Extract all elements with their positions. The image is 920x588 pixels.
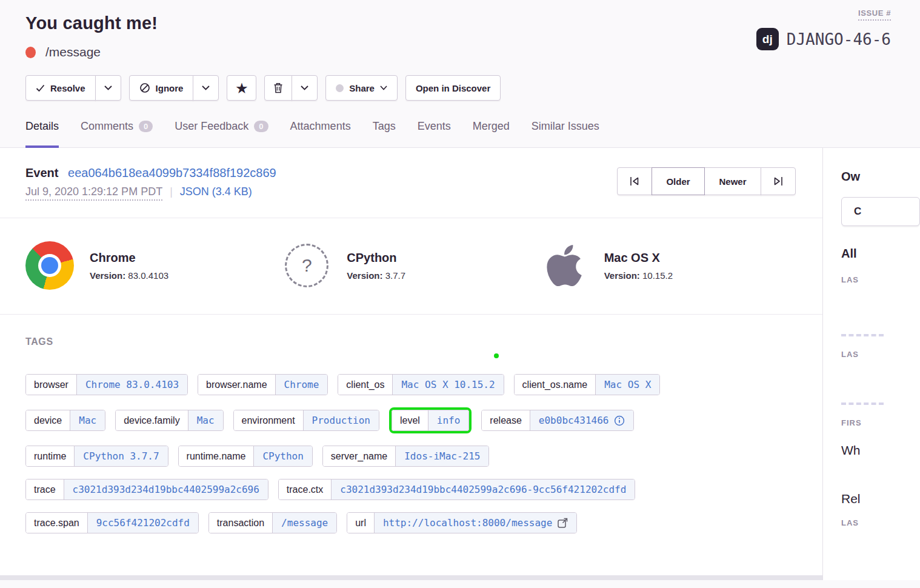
chevron-down-icon xyxy=(301,85,308,90)
ignore-dropdown-button[interactable] xyxy=(193,75,219,101)
older-event-button[interactable]: Older xyxy=(652,167,705,195)
sidebar-heading: Ow xyxy=(841,170,920,184)
tab-attachments[interactable]: Attachments xyxy=(290,120,351,147)
tag-value-link[interactable]: Production xyxy=(303,410,379,430)
tab-count-badge: 0 xyxy=(254,121,268,132)
tag-value-link[interactable]: Idos-iMac-215 xyxy=(395,446,488,466)
star-icon: ★ xyxy=(236,82,247,95)
delete-dropdown-button[interactable] xyxy=(292,75,318,101)
issue-number-label: ISSUE # xyxy=(858,8,891,21)
tag-value-link[interactable]: Mac xyxy=(70,410,105,430)
event-id-link[interactable]: eea064b618ea4099b7334f88f192c869 xyxy=(68,166,276,179)
ignore-button[interactable]: Ignore xyxy=(129,75,194,101)
tag-key: runtime xyxy=(26,446,74,466)
issue-sidebar: Ow C All LAS LAS FIRS Wh Rel LAS xyxy=(822,148,920,580)
tag-value-link[interactable]: Mac OS X 10.15.2 xyxy=(392,375,503,395)
tab-label: Attachments xyxy=(290,120,351,133)
tag-trace.span: trace.span9cc56f421202cdfd xyxy=(25,512,199,533)
resolve-dropdown-button[interactable] xyxy=(95,75,121,101)
version-label: Version: xyxy=(604,270,640,281)
tab-user-feedback[interactable]: User Feedback0 xyxy=(175,120,268,147)
tag-value-link[interactable]: Chrome xyxy=(275,375,328,395)
tag-value-link[interactable]: /message xyxy=(272,513,336,533)
ignore-label: Ignore xyxy=(156,83,184,93)
checkmark-icon xyxy=(36,84,45,92)
tag-key: browser xyxy=(26,375,76,395)
share-label: Share xyxy=(349,83,375,93)
external-link-icon[interactable] xyxy=(558,518,568,528)
question-mark-glyph: ? xyxy=(302,255,312,276)
tag-client_os.name: client_os.nameMac OS X xyxy=(514,374,661,395)
tag-value-link[interactable]: Mac OS X xyxy=(595,375,659,395)
oldest-event-button[interactable] xyxy=(617,167,652,195)
sidebar-item: Rel xyxy=(841,492,920,506)
share-button[interactable]: Share xyxy=(325,75,398,101)
tag-key: trace.span xyxy=(26,513,87,533)
tab-count-badge: 0 xyxy=(139,121,153,132)
delete-button[interactable] xyxy=(264,75,292,101)
version-value: 10.15.2 xyxy=(642,270,673,281)
version-value: 3.7.7 xyxy=(385,270,405,281)
tag-value-link[interactable]: c3021d393d234d19bbc4402599a2c696-9cc56f4… xyxy=(331,479,635,499)
tab-tags[interactable]: Tags xyxy=(373,120,396,147)
open-in-discover-button[interactable]: Open in Discover xyxy=(405,75,501,101)
tag-runtime: runtimeCPython 3.7.7 xyxy=(25,446,168,467)
tag-value-link[interactable]: CPython xyxy=(253,446,312,466)
resolve-button[interactable]: Resolve xyxy=(25,75,96,101)
tag-value-link[interactable]: Mac xyxy=(188,410,223,430)
tag-value-link[interactable]: c3021d393d234d19bbc4402599a2c696 xyxy=(64,479,268,499)
version-label: Version: xyxy=(90,270,125,281)
tag-trace: tracec3021d393d234d19bbc4402599a2c696 xyxy=(25,479,268,500)
event-details-panel: Event eea064b618ea4099b7334f88f192c869 J… xyxy=(0,148,822,580)
info-icon[interactable] xyxy=(614,415,625,426)
sidebar-button[interactable]: C xyxy=(841,197,920,226)
tab-similar-issues[interactable]: Similar Issues xyxy=(532,120,599,147)
browser-context-card: Chrome Version: 83.0.4103 xyxy=(25,241,282,290)
tag-level: levelinfo xyxy=(392,410,469,431)
chevron-down-icon xyxy=(104,85,112,90)
raw-json-link[interactable]: JSON (3.4 KB) xyxy=(180,185,252,198)
event-timestamp: Jul 9, 2020 1:29:12 PM PDT xyxy=(25,185,162,201)
tag-key: level xyxy=(392,410,428,430)
tag-key: client_os xyxy=(338,375,392,395)
context-name: Chrome xyxy=(90,251,168,265)
circle-slash-icon xyxy=(139,82,150,93)
skip-to-last-icon xyxy=(773,176,784,186)
tag-key: environment xyxy=(234,410,303,430)
tag-value-link[interactable]: info xyxy=(428,410,469,430)
event-context-summary: Chrome Version: 83.0.4103 ? CPython Vers… xyxy=(0,218,822,315)
tag-value-link[interactable]: 9cc56f421202cdfd xyxy=(87,513,198,533)
tag-key: browser.name xyxy=(198,375,275,395)
django-project-logo: dj xyxy=(756,28,779,50)
action-toolbar: Resolve Ignore ★ xyxy=(25,75,891,101)
tag-value-link[interactable]: Chrome 83.0.4103 xyxy=(76,375,187,395)
tags-section: TAGS browserChrome 83.0.4103browser.name… xyxy=(0,315,822,546)
tag-key: device xyxy=(26,410,70,430)
tab-events[interactable]: Events xyxy=(418,120,451,147)
open-in-discover-label: Open in Discover xyxy=(416,83,490,93)
sidebar-stat-label: LAS xyxy=(841,275,920,284)
tab-comments[interactable]: Comments0 xyxy=(81,120,153,147)
newer-event-button[interactable]: Newer xyxy=(704,167,761,195)
tab-label: Similar Issues xyxy=(532,120,599,133)
tag-value-link[interactable]: e0b0bc431466 xyxy=(530,410,634,430)
tab-details[interactable]: Details xyxy=(25,120,59,147)
error-level-dot xyxy=(25,47,36,58)
tag-key: server_name xyxy=(323,446,395,466)
skip-to-latest-button[interactable] xyxy=(761,167,796,195)
issue-header: You caught me! /message ISSUE # dj DJANG… xyxy=(0,0,920,101)
tab-label: Comments xyxy=(81,120,133,133)
tag-key: runtime.name xyxy=(179,446,254,466)
tab-label: User Feedback xyxy=(175,120,248,133)
tab-merged[interactable]: Merged xyxy=(473,120,510,147)
tag-value-link[interactable]: CPython 3.7.7 xyxy=(74,446,167,466)
bookmark-star-button[interactable]: ★ xyxy=(227,75,256,101)
tag-key: client_os.name xyxy=(515,375,596,395)
tag-device: deviceMac xyxy=(25,410,105,431)
issue-culprit: /message xyxy=(45,45,101,59)
tab-label: Tags xyxy=(373,120,396,133)
version-value: 83.0.4103 xyxy=(128,270,168,281)
tag-server_name: server_nameIdos-iMac-215 xyxy=(322,446,490,467)
tab-label: Merged xyxy=(473,120,510,133)
tag-value-link[interactable]: http://localhost:8000/message xyxy=(374,513,576,533)
